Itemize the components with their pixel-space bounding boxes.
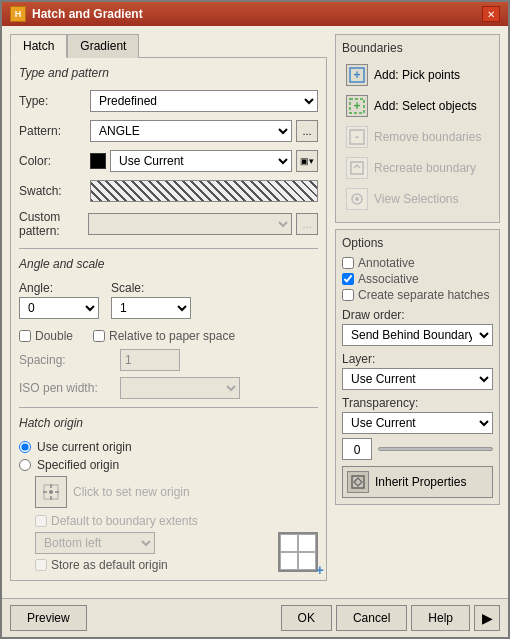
draw-order-select[interactable]: Send Behind Boundary [342,324,493,346]
double-checkbox-row: Double [19,329,73,343]
spacing-input [120,349,180,371]
svg-text:+: + [353,99,360,113]
swatch-label: Swatch: [19,184,84,198]
svg-text:+: + [353,68,360,82]
origin-bottom-row: Bottom left Store as default origin [35,532,318,572]
scale-col: Scale: 1 [111,281,191,319]
expand-button[interactable]: ▶ [474,605,500,631]
annotative-checkbox[interactable] [342,257,354,269]
default-boundary-row: Default to boundary extents [35,514,318,528]
associative-label: Associative [358,272,419,286]
add-select-objects-button[interactable]: + Add: Select objects [342,92,493,120]
origin-left-controls: Bottom left Store as default origin [35,532,262,572]
custom-pattern-browse: ... [296,213,318,235]
color-select[interactable]: Use Current [110,150,292,172]
double-checkbox[interactable] [19,330,31,342]
help-button[interactable]: Help [411,605,470,631]
layer-label: Layer: [342,352,493,366]
origin-preview [278,532,318,572]
store-default-label: Store as default origin [51,558,168,572]
transparency-select[interactable]: Use Current [342,412,493,434]
store-default-checkbox [35,559,47,571]
scale-select[interactable]: 1 [111,297,191,319]
close-button[interactable]: ✕ [482,6,500,22]
preview-button[interactable]: Preview [10,605,87,631]
ok-button[interactable]: OK [281,605,332,631]
create-separate-label: Create separate hatches [358,288,489,302]
dialog-icon: H [10,6,26,22]
tab-bar: Hatch Gradient [10,34,327,58]
tab-hatch[interactable]: Hatch [10,34,67,58]
tab-gradient[interactable]: Gradient [67,34,139,58]
inherit-properties-button[interactable]: Inherit Properties [342,466,493,498]
transparency-slider-row: 0 [342,438,493,460]
inherit-label: Inherit Properties [375,475,466,489]
pattern-browse-button[interactable]: ... [296,120,318,142]
cancel-button[interactable]: Cancel [336,605,407,631]
bottom-left-select: Bottom left [35,532,155,554]
svg-rect-12 [351,162,363,174]
spacing-row: Spacing: [19,349,318,371]
color-more-button[interactable]: ▣▾ [296,150,318,172]
color-row: Color: Use Current ▣▾ [19,150,318,172]
origin-plus-icon: + [316,562,324,578]
recreate-boundary-button: Recreate boundary [342,154,493,182]
associative-checkbox[interactable] [342,273,354,285]
cell-bl [280,552,298,570]
hatch-origin-label: Hatch origin [19,416,318,430]
left-panel: Hatch Gradient Type and pattern Type: Pr… [10,34,327,590]
angle-select[interactable]: 0 [19,297,99,319]
divider-2 [19,407,318,408]
scale-sublabel: Scale: [111,281,191,295]
type-select[interactable]: Predefined [90,90,318,112]
type-label: Type: [19,94,84,108]
add-select-label: Add: Select objects [374,99,477,113]
custom-pattern-row: Custom pattern: ... [19,210,318,238]
title-bar: H Hatch and Gradient ✕ [2,2,508,26]
dialog-title: Hatch and Gradient [32,7,143,21]
divider-1 [19,248,318,249]
pattern-label: Pattern: [19,124,84,138]
origin-preview-area: + [278,532,318,572]
annotative-row: Annotative [342,256,493,270]
relative-checkbox[interactable] [93,330,105,342]
transparency-slider[interactable] [378,447,493,451]
boundaries-section: Boundaries + Add: Pick points + [335,34,500,223]
pick-points-icon: + [346,64,368,86]
transparency-section: Transparency: Use Current 0 [342,396,493,460]
pattern-select[interactable]: ANGLE [90,120,292,142]
click-origin-icon [42,483,60,501]
swatch-preview [90,180,318,202]
options-section: Options Annotative Associative Create se… [335,229,500,505]
remove-boundaries-button: - Remove boundaries [342,123,493,151]
svg-point-14 [355,197,359,201]
recreate-label: Recreate boundary [374,161,476,175]
select-objects-icon: + [346,95,368,117]
associative-row: Associative [342,272,493,286]
use-current-row: Use current origin [19,440,318,454]
transparency-label: Transparency: [342,396,493,410]
relative-label: Relative to paper space [109,329,235,343]
view-selections-button: View Selections [342,185,493,213]
type-pattern-label: Type and pattern [19,66,318,80]
origin-controls: Click to set new origin Default to bound… [19,476,318,572]
cell-tr [298,534,316,552]
create-separate-checkbox[interactable] [342,289,354,301]
add-pick-label: Add: Pick points [374,68,460,82]
type-row: Type: Predefined [19,90,318,112]
window-controls: ✕ [482,6,500,22]
specified-origin-row: Specified origin [19,458,318,472]
specified-radio[interactable] [19,459,31,471]
bottom-bar: Preview OK Cancel Help ▶ [2,598,508,637]
default-boundary-label: Default to boundary extents [51,514,198,528]
add-pick-points-button[interactable]: + Add: Pick points [342,61,493,89]
use-current-radio[interactable] [19,441,31,453]
remove-boundaries-icon: - [346,126,368,148]
inherit-icon [347,471,369,493]
left-tab-panel: Type and pattern Type: Predefined Patter… [10,57,327,581]
remove-label: Remove boundaries [374,130,481,144]
layer-select[interactable]: Use Current [342,368,493,390]
color-label: Color: [19,154,84,168]
view-selections-label: View Selections [374,192,459,206]
angle-sublabel: Angle: [19,281,99,295]
